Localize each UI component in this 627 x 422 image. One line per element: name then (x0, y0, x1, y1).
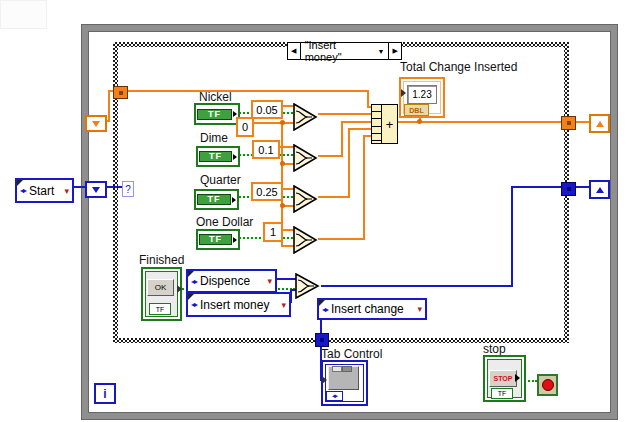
shift-register-left-enum[interactable] (85, 181, 107, 198)
zero-constant[interactable]: 0 (236, 117, 254, 137)
case-tunnel-numeric-out[interactable] (561, 116, 576, 130)
corner-fold (319, 300, 325, 306)
corner-fold (17, 180, 23, 186)
case-tunnel-enum-out[interactable] (561, 182, 576, 196)
dropdown-icon[interactable]: ▾ (267, 276, 272, 286)
ok-button[interactable]: OK (147, 279, 174, 296)
dispense-enum-label: Dispence (200, 274, 250, 288)
total-change-label: Total Change Inserted (400, 60, 517, 74)
wire-blue (321, 285, 513, 287)
tab-control-label: Tab Control (321, 347, 382, 361)
iteration-i: i (103, 387, 106, 401)
select-function-dime[interactable] (293, 144, 318, 176)
wire-junction-dot (280, 161, 285, 166)
wire-orange (574, 121, 590, 123)
loop-iteration-terminal[interactable]: i (94, 383, 116, 404)
quarter-boolean-terminal[interactable]: TF (194, 189, 239, 210)
case-tunnel-numeric-in[interactable] (113, 86, 128, 99)
wire-orange (318, 238, 365, 240)
stop-button-label: STOP (494, 375, 513, 382)
stop-sign-icon (542, 379, 554, 391)
dropdown-icon[interactable]: ▾ (417, 304, 422, 314)
shift-register-right-enum[interactable] (589, 180, 610, 199)
tab-control-incdec-badge: ◂▸ (326, 391, 343, 401)
dbl-type-badge: DBL (404, 104, 429, 116)
stop-button[interactable]: STOP (489, 370, 517, 387)
one-dollar-label: One Dollar (196, 215, 253, 229)
nickel-value-constant[interactable]: 0.05 (251, 100, 283, 119)
case-prev-button[interactable]: ◀ (288, 43, 301, 59)
shift-register-left-numeric[interactable] (85, 115, 107, 132)
insert-money-enum-label: Insert money (200, 298, 269, 312)
ok-button-label: OK (155, 283, 167, 292)
tf-glyph: TF (197, 109, 232, 120)
finished-label: Finished (139, 253, 184, 267)
wire-orange (108, 90, 110, 122)
wire-orange (318, 113, 371, 115)
shift-register-right-numeric[interactable] (589, 114, 610, 133)
tf-glyph: TF (197, 194, 231, 205)
increment-decrement-icon[interactable]: ◂▸ (191, 300, 197, 309)
case-title[interactable]: "Insert money" ▼ (301, 43, 389, 59)
case-title-text: "Insert money" (305, 39, 374, 63)
nickel-boolean-terminal[interactable]: TF (194, 103, 240, 125)
wire-orange (348, 128, 371, 130)
wire-orange (363, 135, 371, 137)
wire-orange (341, 121, 371, 123)
wire-orange (367, 90, 369, 107)
dime-value-constant[interactable]: 0.1 (252, 140, 280, 159)
output-nub-icon (232, 197, 236, 203)
case-dropdown-icon[interactable]: ▼ (377, 48, 384, 55)
corner-fold (188, 271, 194, 277)
output-nub-icon (233, 237, 237, 243)
dime-label: Dime (200, 131, 228, 145)
tab-control-icon (328, 366, 359, 390)
wire-blue (511, 186, 513, 287)
wire-orange (341, 121, 343, 157)
increment-decrement-icon[interactable]: ◂▸ (191, 277, 197, 286)
wire-junction-dot (280, 120, 285, 125)
quarter-label: Quarter (200, 173, 241, 187)
insert-change-enum-label: Insert change (331, 302, 404, 316)
tab-control-input-arrow-icon (322, 376, 327, 384)
insert-money-enum-constant[interactable]: ◂▸ Insert money ▾ (186, 292, 291, 317)
case-selector-terminal[interactable]: ? (122, 181, 134, 197)
block-diagram: ◀ "Insert money" ▼ ▶ (0, 0, 627, 422)
tf-glyph: TF (199, 234, 232, 245)
select-function-quarter[interactable] (293, 185, 318, 217)
select-function-one-dollar[interactable] (293, 226, 318, 258)
corner-fold (188, 294, 194, 300)
start-enum-control[interactable]: ◂▸ Start ▾ (15, 178, 74, 203)
dropdown-icon[interactable]: ▾ (281, 300, 286, 310)
wire-junction-dot (280, 203, 285, 208)
wire-orange (348, 128, 350, 198)
start-enum-label: Start (29, 184, 54, 198)
insert-change-enum-constant[interactable]: ◂▸ Insert change ▾ (317, 298, 427, 320)
select-function-nickel[interactable] (293, 103, 318, 135)
stop-label: stop (483, 342, 506, 356)
tf-glyph: TF (199, 151, 232, 162)
wire-orange (318, 196, 350, 198)
wire-orange (250, 122, 294, 124)
quarter-value-constant[interactable]: 0.25 (251, 182, 283, 201)
stop-output-arrow-icon (515, 374, 520, 382)
indicator-input-arrow-icon (401, 89, 406, 97)
output-nub-icon (233, 154, 237, 160)
loop-condition-terminal[interactable] (537, 374, 558, 396)
finished-tf-badge: TF (149, 303, 171, 315)
case-selector-label: ◀ "Insert money" ▼ ▶ (287, 42, 402, 60)
finished-output-arrow-icon (177, 285, 182, 293)
wire-blue (511, 186, 562, 188)
dropdown-icon[interactable]: ▾ (64, 186, 69, 196)
dispense-enum-constant[interactable]: ◂▸ Dispence ▾ (186, 269, 277, 293)
add-function[interactable]: + (371, 104, 398, 144)
one-dollar-boolean-terminal[interactable]: TF (196, 229, 240, 250)
add-input-slots (372, 105, 382, 143)
wire-orange (318, 155, 343, 157)
case-next-button[interactable]: ▶ (388, 43, 401, 59)
dime-boolean-terminal[interactable]: TF (196, 146, 240, 167)
increment-decrement-icon[interactable]: ◂▸ (20, 186, 26, 195)
one-dollar-value-constant[interactable]: 1 (263, 222, 283, 242)
case-tunnel-tab-out[interactable] (315, 333, 329, 347)
nickel-label: Nickel (199, 90, 232, 104)
